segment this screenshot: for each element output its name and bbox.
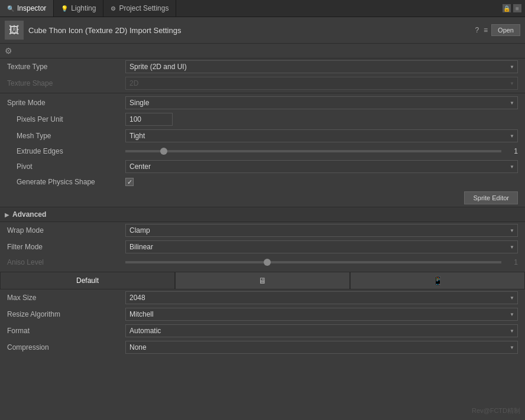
advanced-arrow-icon: ▶ — [5, 211, 9, 218]
filter-mode-dropdown-wrapper: Bilinear — [125, 240, 518, 253]
platform-tabs: Default 🖥 📱 — [0, 272, 525, 289]
lock-button[interactable]: 🔒 — [503, 4, 511, 12]
pivot-row: Pivot Center — [0, 158, 525, 175]
texture-shape-dropdown-wrapper: 2D — [125, 77, 518, 90]
filter-mode-label: Filter Mode — [7, 243, 125, 251]
inspector-icon: 🔍 — [7, 5, 14, 12]
pixels-per-unit-row: Pixels Per Unit — [0, 111, 525, 128]
texture-type-label: Texture Type — [7, 63, 125, 71]
generate-physics-shape-checkbox[interactable]: ✓ — [125, 178, 134, 186]
resize-algorithm-dropdown[interactable]: Mitchell — [125, 308, 518, 321]
pivot-dropdown[interactable]: Center — [125, 160, 518, 173]
texture-type-dropdown[interactable]: Sprite (2D and UI) — [125, 60, 518, 73]
texture-shape-row: Texture Shape 2D — [0, 75, 525, 92]
watermark-text: Rev@FCTD精制 — [472, 407, 520, 414]
aniso-level-row: Aniso Level 1 — [0, 255, 525, 269]
wrap-mode-row: Wrap Mode Clamp — [0, 222, 525, 239]
max-size-dropdown-wrapper: 2048 — [125, 291, 518, 304]
tab-inspector[interactable]: 🔍 Inspector — [0, 0, 54, 17]
pivot-dropdown-wrapper: Center — [125, 160, 518, 173]
footer-watermark: Rev@FCTD精制 — [472, 406, 520, 415]
monitor-icon: 🖥 — [258, 276, 267, 285]
max-size-row: Max Size 2048 — [0, 289, 525, 306]
texture-shape-dropdown: 2D — [125, 77, 518, 90]
wrap-mode-dropdown-wrapper: Clamp — [125, 224, 518, 237]
format-row: Format Automatic — [0, 323, 525, 339]
texture-type-dropdown-wrapper: Sprite (2D and UI) — [125, 60, 518, 73]
extrude-edges-row: Extrude Edges 1 — [0, 144, 525, 158]
advanced-section-title: Advanced — [12, 210, 46, 219]
max-size-dropdown[interactable]: 2048 — [125, 291, 518, 304]
pivot-label: Pivot — [7, 162, 125, 171]
header-buttons: ? ≡ Open — [474, 24, 520, 36]
help-button[interactable]: ? — [474, 25, 480, 35]
extrude-edges-slider[interactable] — [125, 150, 501, 152]
resize-algorithm-dropdown-wrapper: Mitchell — [125, 308, 518, 321]
pixels-per-unit-value — [125, 113, 518, 126]
advanced-section-header[interactable]: ▶ Advanced — [0, 207, 525, 222]
tab-project-settings[interactable]: ⚙ Project Settings — [103, 0, 176, 17]
asset-title: Cube Thon Icon (Texture 2D) Import Setti… — [28, 26, 469, 35]
texture-type-row: Texture Type Sprite (2D and UI) — [0, 58, 525, 75]
resize-algorithm-row: Resize Algorithm Mitchell — [0, 306, 525, 323]
extrude-edges-label: Extrude Edges — [7, 147, 125, 155]
aniso-level-value: 1 — [506, 258, 518, 266]
menu-button[interactable]: ≡ — [513, 4, 521, 12]
tab-project-settings-label: Project Settings — [119, 4, 168, 12]
tab-lighting[interactable]: 💡 Lighting — [54, 0, 103, 17]
compression-row: Compression None — [0, 339, 525, 356]
content: Texture Type Sprite (2D and UI) Texture … — [0, 58, 525, 356]
mesh-type-dropdown[interactable]: Tight — [125, 129, 518, 142]
sprite-mode-row: Sprite Mode Single — [0, 95, 525, 111]
wrap-mode-label: Wrap Mode — [7, 226, 125, 235]
aniso-level-label: Aniso Level — [7, 258, 125, 266]
texture-shape-label: Texture Shape — [7, 79, 125, 87]
settings-icon: ⚙ — [111, 5, 116, 12]
compression-dropdown[interactable]: None — [125, 341, 518, 354]
format-label: Format — [7, 327, 125, 335]
compression-dropdown-wrapper: None — [125, 341, 518, 354]
extrude-edges-slider-row: 1 — [125, 147, 518, 155]
tab-bar: 🔍 Inspector 💡 Lighting ⚙ Project Setting… — [0, 0, 525, 17]
mesh-type-dropdown-wrapper: Tight — [125, 129, 518, 142]
generate-physics-shape-value: ✓ — [125, 178, 518, 186]
platform-tab-android[interactable]: 📱 — [350, 272, 525, 289]
aniso-level-slider-row: 1 — [125, 258, 518, 266]
extrude-edges-value: 1 — [506, 147, 518, 155]
gear-icon[interactable]: ⚙ — [5, 46, 12, 56]
generate-physics-shape-row: Generate Physics Shape ✓ — [0, 175, 525, 189]
sprite-editor-row: Sprite Editor — [0, 189, 525, 207]
platform-tab-default[interactable]: Default — [0, 272, 175, 289]
platform-tab-default-label: Default — [76, 276, 99, 285]
max-size-label: Max Size — [7, 294, 125, 302]
sprite-mode-dropdown[interactable]: Single — [125, 96, 518, 109]
filter-mode-dropdown[interactable]: Bilinear — [125, 240, 518, 253]
open-button[interactable]: Open — [491, 24, 520, 36]
preset-button[interactable]: ≡ — [482, 25, 489, 35]
mesh-type-row: Mesh Type Tight — [0, 128, 525, 144]
pixels-per-unit-input[interactable] — [125, 113, 173, 126]
sprite-mode-label: Sprite Mode — [7, 99, 125, 107]
gear-row: ⚙ — [0, 44, 525, 58]
filter-mode-row: Filter Mode Bilinear — [0, 239, 525, 255]
sprite-editor-button[interactable]: Sprite Editor — [464, 191, 518, 204]
pixels-per-unit-label: Pixels Per Unit — [7, 115, 125, 123]
tab-lighting-label: Lighting — [71, 4, 96, 12]
generate-physics-shape-label: Generate Physics Shape — [7, 178, 125, 186]
wrap-mode-dropdown[interactable]: Clamp — [125, 224, 518, 237]
format-dropdown-wrapper: Automatic — [125, 324, 518, 337]
format-dropdown[interactable]: Automatic — [125, 324, 518, 337]
platform-tab-standalone[interactable]: 🖥 — [175, 272, 350, 289]
mobile-icon: 📱 — [433, 276, 443, 285]
mesh-type-label: Mesh Type — [7, 132, 125, 140]
asset-icon: 🖼 — [5, 21, 24, 40]
tab-inspector-label: Inspector — [17, 4, 46, 12]
sprite-mode-dropdown-wrapper: Single — [125, 96, 518, 109]
inspector-header: 🖼 Cube Thon Icon (Texture 2D) Import Set… — [0, 17, 525, 44]
tab-controls: 🔒 ≡ — [499, 0, 525, 17]
compression-label: Compression — [7, 343, 125, 351]
aniso-level-slider — [125, 261, 501, 263]
lighting-icon: 💡 — [61, 5, 68, 12]
resize-algorithm-label: Resize Algorithm — [7, 310, 125, 318]
